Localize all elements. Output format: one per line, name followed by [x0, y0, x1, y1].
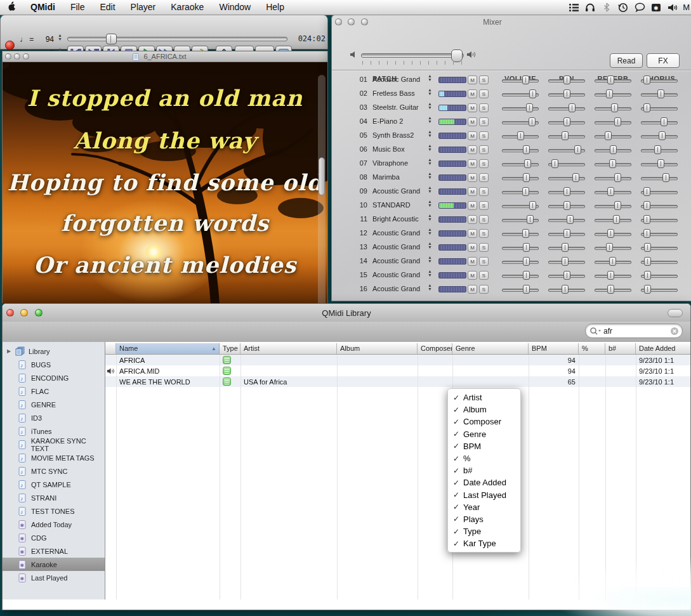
- search-input[interactable]: [602, 326, 670, 336]
- volume-slider[interactable]: [502, 89, 539, 99]
- pan-slider-thumb[interactable]: [572, 173, 579, 182]
- reverb-slider[interactable]: [595, 103, 631, 113]
- patch-stepper[interactable]: ▲▼: [428, 270, 432, 277]
- volume-slider[interactable]: [502, 145, 539, 155]
- patch-stepper[interactable]: ▲▼: [428, 284, 432, 291]
- patch-stepper[interactable]: ▲▼: [428, 242, 432, 249]
- reverb-slider-thumb[interactable]: [607, 187, 614, 196]
- solo-button[interactable]: S: [479, 159, 489, 168]
- menu-item-edit[interactable]: Edit: [92, 0, 122, 15]
- chorus-slider-thumb[interactable]: [643, 103, 650, 112]
- volume-slider[interactable]: [502, 75, 539, 85]
- menu-item-help[interactable]: Help: [258, 0, 292, 15]
- volume-slider[interactable]: [502, 159, 539, 169]
- chorus-slider[interactable]: [641, 242, 678, 252]
- volume-slider-thumb[interactable]: [529, 89, 536, 98]
- reverb-slider-thumb[interactable]: [613, 215, 620, 224]
- reverb-slider[interactable]: [595, 214, 631, 225]
- patch-stepper[interactable]: ▲▼: [428, 172, 432, 180]
- patch-stepper[interactable]: ▲▼: [428, 88, 432, 96]
- reverb-slider-thumb[interactable]: [607, 229, 614, 238]
- chorus-slider[interactable]: [641, 270, 678, 280]
- reverb-slider[interactable]: [595, 89, 631, 99]
- chorus-slider[interactable]: [641, 200, 678, 211]
- patch-stepper[interactable]: ▲▼: [428, 186, 432, 193]
- volume-slider[interactable]: [502, 117, 539, 127]
- solo-button[interactable]: S: [479, 75, 489, 84]
- table-row[interactable]: AFRICA.MID949/23/10 1:1: [105, 365, 690, 376]
- sidebar-item-added-today[interactable]: ✱Added Today: [3, 518, 105, 531]
- mute-button[interactable]: M: [468, 215, 477, 224]
- mute-button[interactable]: M: [468, 285, 477, 294]
- position-slider-track[interactable]: [67, 37, 287, 41]
- sidebar-item-genre[interactable]: ♪GENRE: [3, 398, 105, 411]
- column-header-key[interactable]: b#: [605, 343, 636, 355]
- volume-slider-thumb[interactable]: [522, 75, 529, 84]
- tempo-stepper[interactable]: ▲▼: [58, 34, 62, 41]
- apple-menu[interactable]: [0, 1, 23, 14]
- pan-slider[interactable]: [548, 145, 585, 155]
- pan-slider-thumb[interactable]: [563, 75, 570, 84]
- volume-slider-thumb[interactable]: [527, 215, 534, 224]
- chorus-slider[interactable]: [641, 103, 678, 113]
- library-titlebar[interactable]: QMidi Library: [3, 304, 690, 322]
- table-row[interactable]: WE ARE THE WORLDUSA for Africa659/23/10 …: [105, 376, 690, 387]
- reverb-slider[interactable]: [595, 159, 631, 169]
- pan-slider-thumb[interactable]: [563, 201, 570, 210]
- reverb-slider[interactable]: [595, 173, 631, 183]
- patch-stepper[interactable]: ▲▼: [428, 214, 432, 221]
- pan-slider-thumb[interactable]: [563, 117, 570, 126]
- sidebar-item-library[interactable]: ▶Library: [3, 344, 105, 358]
- time-machine-icon[interactable]: [617, 2, 629, 13]
- menu-item-[interactable]: ✓%: [448, 452, 520, 464]
- pan-slider[interactable]: [548, 75, 585, 85]
- mute-button[interactable]: M: [468, 201, 477, 210]
- solo-button[interactable]: S: [479, 257, 489, 266]
- position-slider-thumb[interactable]: [106, 34, 117, 44]
- chorus-slider[interactable]: [641, 117, 678, 127]
- sidebar-item-mtc-sync[interactable]: ♪MTC SYNC: [3, 464, 105, 478]
- volume-slider-thumb[interactable]: [523, 145, 530, 154]
- sidebar-item-itunes[interactable]: ♪iTunes: [3, 424, 105, 438]
- reverb-slider-thumb[interactable]: [606, 243, 613, 252]
- reverb-slider-thumb[interactable]: [607, 271, 614, 280]
- mixer-titlebar[interactable]: Mixer: [332, 15, 691, 29]
- pan-slider[interactable]: [548, 200, 585, 211]
- pan-slider-thumb[interactable]: [567, 215, 574, 224]
- reverb-slider-thumb[interactable]: [614, 201, 621, 210]
- pan-slider[interactable]: [548, 173, 585, 183]
- reverb-slider-thumb[interactable]: [605, 131, 612, 140]
- chorus-slider[interactable]: [641, 89, 678, 99]
- solo-button[interactable]: S: [479, 201, 489, 210]
- reverb-slider[interactable]: [595, 117, 631, 127]
- table-row[interactable]: AFRICA949/23/10 1:1: [105, 355, 690, 365]
- search-field[interactable]: [585, 324, 683, 338]
- reverb-slider-thumb[interactable]: [609, 159, 616, 168]
- chorus-slider-thumb[interactable]: [643, 215, 650, 224]
- menu-item-lastplayed[interactable]: ✓Last Played: [448, 489, 520, 501]
- pan-slider-thumb[interactable]: [574, 145, 581, 154]
- mute-button[interactable]: M: [468, 187, 477, 196]
- menu-clock[interactable]: M: [680, 3, 691, 12]
- volume-slider-thumb[interactable]: [529, 201, 536, 210]
- pan-slider[interactable]: [548, 159, 585, 169]
- reverb-slider-thumb[interactable]: [614, 173, 621, 182]
- sidebar-item-flac[interactable]: ♪FLAC: [3, 384, 105, 398]
- pan-slider[interactable]: [548, 117, 585, 127]
- solo-button[interactable]: S: [479, 103, 489, 112]
- sidebar-item-encoding[interactable]: ♪ENCODING: [3, 371, 105, 384]
- volume-slider[interactable]: [502, 103, 539, 113]
- volume-slider[interactable]: [502, 187, 539, 197]
- menu-item-b[interactable]: ✓b#: [448, 464, 520, 476]
- mute-button[interactable]: M: [468, 131, 477, 140]
- pan-slider[interactable]: [548, 256, 585, 266]
- pan-slider[interactable]: [548, 103, 585, 113]
- volume-slider-thumb[interactable]: [523, 243, 530, 252]
- column-header-name[interactable]: Name▲: [116, 343, 220, 355]
- chorus-slider-thumb[interactable]: [654, 145, 661, 154]
- input-menu-icon[interactable]: ✱: [650, 2, 662, 13]
- reverb-slider-thumb[interactable]: [610, 145, 617, 154]
- chorus-slider-thumb[interactable]: [643, 201, 650, 210]
- sidebar-item-strani[interactable]: ♪STRANI: [3, 491, 105, 504]
- reverb-slider[interactable]: [595, 145, 631, 155]
